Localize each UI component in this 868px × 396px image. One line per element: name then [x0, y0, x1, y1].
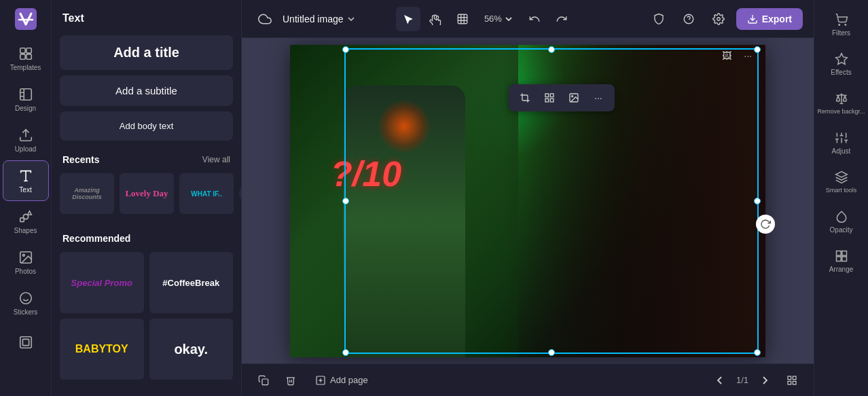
- more-button-canvas[interactable]: ···: [744, 50, 752, 61]
- rec-item-babytoy[interactable]: BABYTOY: [60, 319, 144, 380]
- right-item-smart-tools[interactable]: Smart tools: [817, 163, 866, 201]
- left-navigation: Templates Design Upload Text Shapes: [0, 0, 52, 396]
- panel-title: Text: [52, 0, 241, 33]
- svg-point-11: [22, 254, 24, 256]
- svg-rect-23: [550, 94, 554, 97]
- rec-item-coffee[interactable]: #CoffeeBreak: [149, 252, 234, 313]
- topbar-left: Untitled image: [253, 7, 356, 31]
- recent-item-lovely[interactable]: Lovely Day: [120, 173, 174, 214]
- svg-rect-24: [550, 98, 554, 102]
- select-tool-button[interactable]: [396, 7, 420, 31]
- export-button[interactable]: Export: [736, 8, 803, 30]
- svg-rect-3: [20, 54, 24, 58]
- bottom-right: 1/1: [709, 370, 803, 391]
- helmet-glow: [377, 99, 431, 154]
- svg-rect-33: [793, 376, 796, 380]
- right-panel: Filters Effects Remove backgr... Adjust …: [814, 0, 868, 396]
- svg-rect-17: [458, 14, 467, 24]
- bottom-bar: Add page 1/1: [242, 363, 814, 396]
- delete-page-button[interactable]: [280, 370, 302, 391]
- topbar-right: Export: [647, 7, 803, 31]
- redo-button[interactable]: [549, 7, 574, 31]
- file-name[interactable]: Untitled image: [283, 14, 356, 24]
- svg-rect-28: [262, 379, 268, 385]
- sidebar-item-text[interactable]: Text: [3, 160, 49, 201]
- svg-rect-4: [26, 54, 31, 58]
- main-area: Untitled image: [242, 0, 814, 396]
- add-body-button[interactable]: Add body text: [60, 111, 233, 141]
- svg-rect-15: [20, 337, 31, 348]
- crop-button[interactable]: [514, 87, 536, 109]
- svg-rect-34: [788, 381, 791, 384]
- right-item-opacity[interactable]: Opacity: [817, 202, 866, 240]
- add-title-button[interactable]: Add a title: [60, 35, 233, 70]
- prev-page-button[interactable]: [709, 370, 731, 391]
- recents-next-arrow[interactable]: [239, 184, 241, 203]
- rotate-handle[interactable]: [756, 215, 775, 234]
- right-item-remove-bg[interactable]: Remove backgr...: [817, 84, 866, 122]
- svg-point-20: [717, 17, 720, 20]
- svg-rect-49: [842, 251, 846, 255]
- more-options-button[interactable]: ···: [587, 87, 609, 109]
- canvas-area[interactable]: Page 1 ···: [242, 38, 814, 363]
- svg-point-27: [572, 96, 573, 97]
- hand-tool-button[interactable]: [423, 7, 448, 31]
- image-icon[interactable]: 🖼: [722, 50, 731, 61]
- replace-button[interactable]: [539, 87, 560, 109]
- svg-point-18: [684, 14, 693, 24]
- svg-point-12: [20, 292, 31, 304]
- sidebar-item-shapes[interactable]: Shapes: [3, 201, 49, 242]
- svg-rect-2: [26, 48, 31, 52]
- edit-button[interactable]: [563, 87, 585, 109]
- settings-button[interactable]: [706, 7, 731, 31]
- view-all-link[interactable]: View all: [202, 155, 230, 164]
- svg-rect-35: [793, 381, 796, 384]
- question-score-text: ?/10: [331, 154, 401, 194]
- recent-item-amazing[interactable]: AmazingDiscounts: [60, 173, 114, 214]
- svg-rect-51: [842, 256, 846, 261]
- svg-rect-16: [22, 339, 29, 345]
- right-item-effects[interactable]: Effects: [817, 45, 866, 83]
- shield-icon-button[interactable]: [647, 7, 671, 31]
- recents-title: Recents: [62, 154, 99, 165]
- topbar-tools: 56%: [396, 7, 574, 31]
- grid-view-button[interactable]: [781, 370, 803, 391]
- rec-item-okay[interactable]: okay.: [149, 319, 234, 380]
- bottom-left: Add page: [253, 370, 376, 391]
- undo-button[interactable]: [522, 7, 547, 31]
- page-counter: 1/1: [736, 375, 748, 385]
- help-button[interactable]: [676, 7, 701, 31]
- svg-marker-9: [27, 211, 31, 215]
- right-item-adjust[interactable]: Adjust: [817, 124, 866, 162]
- topbar: Untitled image: [242, 0, 814, 38]
- sidebar-item-photos[interactable]: Photos: [3, 242, 49, 283]
- frame-tool-button[interactable]: [450, 7, 475, 31]
- sidebar-item-stickers[interactable]: Stickers: [3, 283, 49, 323]
- sidebar-item-design[interactable]: Design: [3, 79, 49, 120]
- sidebar-item-upload[interactable]: Upload: [3, 120, 49, 160]
- sidebar-item-templates[interactable]: Templates: [3, 38, 49, 79]
- app-logo: [12, 5, 39, 33]
- add-subtitle-button[interactable]: Add a subtitle: [60, 75, 233, 106]
- soldier-area: [290, 45, 518, 357]
- svg-rect-1: [20, 48, 24, 52]
- cloud-save-button[interactable]: [253, 7, 277, 31]
- rec-item-special[interactable]: Special Promo: [60, 252, 144, 313]
- sidebar-item-frames[interactable]: [3, 323, 49, 364]
- recommended-title: Recommended: [62, 233, 130, 244]
- floating-toolbar: ···: [509, 84, 615, 111]
- svg-rect-32: [788, 376, 791, 380]
- duplicate-page-button[interactable]: [253, 370, 274, 391]
- add-page-button[interactable]: Add page: [307, 371, 376, 390]
- next-page-button[interactable]: [754, 370, 776, 391]
- svg-marker-38: [835, 53, 847, 64]
- right-item-filters[interactable]: Filters: [817, 5, 866, 43]
- recommended-header: Recommended: [52, 222, 241, 249]
- right-item-arrange[interactable]: Arrange: [817, 242, 866, 280]
- text-panel: Text Add a title Add a subtitle Add body…: [52, 0, 242, 396]
- svg-rect-48: [836, 251, 841, 255]
- svg-rect-22: [545, 94, 549, 97]
- svg-point-37: [845, 24, 846, 25]
- zoom-button[interactable]: 56%: [477, 10, 520, 28]
- recent-item-what[interactable]: WHAT IF..: [179, 173, 234, 214]
